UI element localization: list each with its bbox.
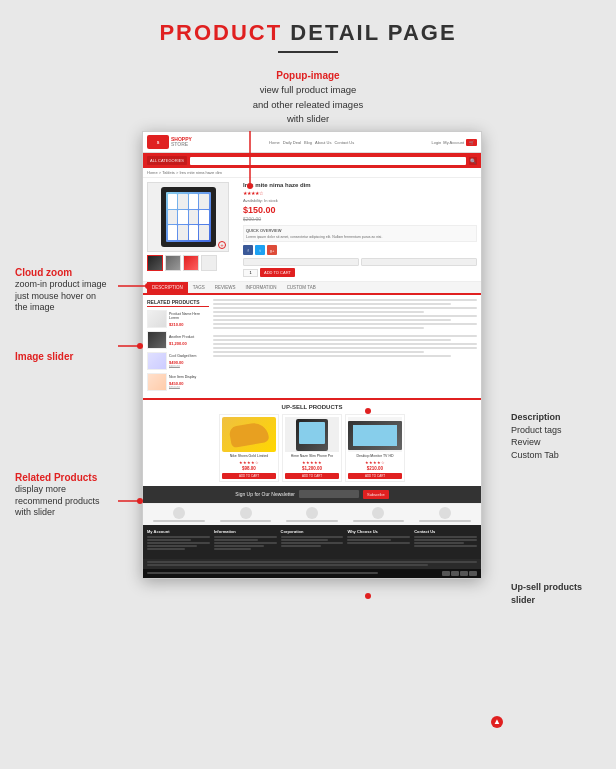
newsletter-subscribe-btn[interactable]: Subscribe: [363, 490, 389, 499]
thumb-2[interactable]: [165, 255, 181, 271]
quick-overview-label: QUICK OVERVIEW: [246, 228, 474, 234]
mockup-cart-area: Login My Account 🛒: [432, 139, 477, 146]
footer-link-3-2: [281, 539, 328, 541]
trust-icon-2: [240, 507, 252, 519]
nav-contact[interactable]: Contact Us: [334, 140, 354, 145]
search-bar[interactable]: [190, 157, 466, 165]
mockup-header: S SHOPPY STORE Home Daily Deal Blog Abou…: [143, 132, 481, 153]
upsell-name-3: Desktop Monitor TV HD: [348, 454, 402, 458]
logo-icon: S: [147, 135, 169, 149]
related-item-2: Another Product $1,200.00: [147, 331, 209, 349]
twitter-share[interactable]: t: [255, 245, 265, 255]
related-desc: display more recommend products with sli…: [15, 484, 115, 519]
popup-ann-desc2: and other releated images: [253, 99, 363, 110]
thumb-3[interactable]: [183, 255, 199, 271]
google-share[interactable]: g+: [267, 245, 277, 255]
tab-tags[interactable]: TAGS: [188, 282, 210, 293]
categories-button[interactable]: ALL CATEGORIES: [147, 156, 187, 165]
related-name-4: Nice Item Display: [169, 375, 209, 379]
tab-description[interactable]: DESCRIPTION: [147, 282, 188, 293]
facebook-share[interactable]: f: [243, 245, 253, 255]
footer-copyright: [147, 572, 378, 574]
product-name: Ires mite nima haze dim: [243, 182, 477, 188]
desc-line-11: [213, 343, 477, 345]
related-products-annotation: Related Products display more recommend …: [15, 471, 115, 519]
upsell-add-btn-1[interactable]: ADD TO CART: [222, 473, 276, 479]
nav-daily[interactable]: Daily Deal: [283, 140, 301, 145]
trust-text-4: [353, 520, 405, 522]
thumb-1[interactable]: [147, 255, 163, 271]
nav-blog[interactable]: Blog: [304, 140, 312, 145]
related-info-4: Nice Item Display $450.00 $550.00: [169, 375, 209, 389]
mockup-tags-area: [143, 559, 481, 569]
footer-link-5-3: [414, 542, 464, 544]
upsell-name-2: Hime Naze Slim Phone Pro: [285, 454, 339, 458]
thumbnail-row: [147, 255, 237, 271]
mockup-logo: S SHOPPY STORE: [147, 135, 192, 149]
main-product-image[interactable]: +: [147, 182, 229, 252]
search-button[interactable]: 🔍: [469, 157, 477, 165]
footer-columns: My Account Information: [147, 529, 477, 551]
related-thumb-3[interactable]: [147, 352, 167, 370]
trust-badges: [143, 503, 481, 525]
page-title-area: PRODUCT DETAIL PAGE: [10, 20, 606, 53]
footer-link-5-1: [414, 536, 477, 538]
add-to-cart-button[interactable]: ADD TO CART: [260, 268, 295, 277]
product-area: + Ires mite nima haze dim: [143, 178, 481, 282]
related-thumb-4[interactable]: [147, 373, 167, 391]
monitor-screen: [353, 425, 396, 446]
description-content: [213, 299, 477, 394]
desc-line-5: [213, 315, 477, 317]
payment-mc: [451, 571, 459, 576]
tab-information[interactable]: INFORMATION: [240, 282, 281, 293]
select-2[interactable]: [361, 258, 477, 266]
trust-text-5: [419, 520, 471, 522]
desc-line-7: [213, 323, 477, 325]
trust-item-2: [213, 507, 277, 522]
footer-link-1-3: [147, 542, 210, 544]
trust-text-3: [286, 520, 338, 522]
trust-icon-1: [173, 507, 185, 519]
nav-home[interactable]: Home: [269, 140, 280, 145]
tab-custom[interactable]: CUSTOM TAB: [282, 282, 321, 293]
login-link[interactable]: Login: [432, 140, 442, 145]
quantity-input[interactable]: 1: [243, 269, 258, 277]
desc-line-10: [213, 339, 451, 341]
footer-col-2: Information: [214, 529, 277, 551]
tab-reviews[interactable]: REVIEWS: [210, 282, 241, 293]
title-underline: [278, 51, 338, 53]
mockup-breadcrumb: Home > Tablets > Ires mite nima haze dim: [143, 168, 481, 178]
footer-link-5-2: [414, 539, 477, 541]
upsell-ann-label: Up-sell products slider: [511, 581, 606, 606]
image-slider-annotation: Image slider: [15, 351, 73, 362]
payment-ae: [469, 571, 477, 576]
account-link[interactable]: My Account: [443, 140, 464, 145]
footer-link-1-5: [147, 548, 185, 550]
desc-line-13: [213, 351, 424, 353]
related-thumb-1[interactable]: [147, 310, 167, 328]
footer-link-2-2: [214, 539, 258, 541]
magnify-dot[interactable]: +: [218, 241, 226, 249]
trust-text-1: [153, 520, 205, 522]
nav-about[interactable]: About Us: [315, 140, 331, 145]
top-popup-annotation: Popup-image view full product image and …: [10, 68, 606, 126]
cart-btn[interactable]: 🛒: [466, 139, 477, 146]
desc-line-1: [213, 299, 477, 301]
page-title: PRODUCT DETAIL PAGE: [10, 20, 606, 46]
footer-link-2-1: [214, 536, 277, 538]
upsell-price-2: $1,200.00: [285, 466, 339, 471]
footer-link-2-5: [214, 548, 252, 550]
related-item-4: Nice Item Display $450.00 $550.00: [147, 373, 209, 391]
footer-col-3: Corporation: [281, 529, 344, 551]
upsell-add-btn-2[interactable]: ADD TO CART: [285, 473, 339, 479]
footer-col-1: My Account: [147, 529, 210, 551]
upsell-price-1: $98.00: [222, 466, 276, 471]
select-1[interactable]: [243, 258, 359, 266]
product-old-price: $200.00: [243, 216, 477, 222]
newsletter-input[interactable]: [299, 490, 359, 498]
related-thumb-2[interactable]: [147, 331, 167, 349]
related-price-1: $210.00: [169, 322, 209, 327]
upsell-add-btn-3[interactable]: ADD TO CART: [348, 473, 402, 479]
trust-icon-4: [372, 507, 384, 519]
thumb-4[interactable]: [201, 255, 217, 271]
